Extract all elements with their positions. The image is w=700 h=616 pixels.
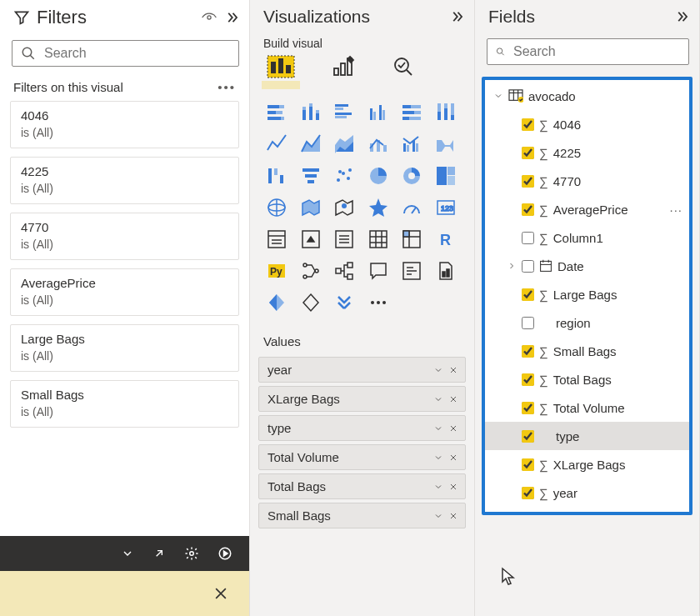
arcgis-icon[interactable] (365, 194, 392, 221)
tab-analytics[interactable] (392, 55, 415, 81)
chevron-down-icon[interactable] (433, 482, 443, 492)
values-field[interactable]: Total Volume (258, 444, 466, 470)
pie-icon[interactable] (365, 163, 392, 189)
stacked-bar-icon[interactable] (263, 99, 290, 126)
values-field[interactable]: XLarge Bags (258, 386, 466, 412)
field-checkbox[interactable] (522, 260, 534, 273)
power-automate-icon[interactable] (298, 289, 324, 316)
waterfall-icon[interactable] (263, 163, 290, 189)
paginated-report-icon[interactable] (432, 258, 459, 284)
chevron-down-icon[interactable] (433, 511, 443, 521)
filter-card[interactable]: Small Bagsis (All) (10, 380, 239, 428)
values-field[interactable]: Small Bags (258, 503, 466, 528)
filter-card[interactable]: Large Bagsis (All) (10, 324, 239, 372)
line-icon[interactable] (263, 131, 290, 158)
remove-icon[interactable] (448, 423, 458, 433)
field-checkbox[interactable] (522, 288, 534, 301)
field-row[interactable]: ∑Total Bags (485, 365, 689, 393)
field-row[interactable]: ∑AveragePrice··· (485, 195, 689, 223)
field-row[interactable]: ∑Small Bags (485, 337, 689, 365)
field-row[interactable]: ∑XLarge Bags (485, 450, 689, 478)
eye-icon[interactable] (201, 11, 218, 24)
field-row[interactable]: ∑4770 (485, 167, 689, 195)
hundred-stacked-bar-icon[interactable] (398, 99, 425, 126)
filter-card[interactable]: 4770is (All) (10, 213, 239, 260)
remove-icon[interactable] (448, 453, 458, 463)
filter-card[interactable]: 4046is (All) (10, 101, 239, 148)
area-icon[interactable] (298, 131, 324, 158)
values-field[interactable]: Total Bags (258, 473, 466, 499)
treemap-icon[interactable] (432, 163, 459, 189)
field-checkbox[interactable] (522, 203, 534, 216)
filter-card[interactable]: AveragePriceis (All) (10, 268, 239, 316)
scatter-icon[interactable] (331, 163, 358, 189)
qa-icon[interactable] (365, 258, 392, 284)
filter-card[interactable]: 4225is (All) (10, 157, 239, 204)
field-checkbox[interactable] (522, 458, 534, 471)
remove-icon[interactable] (448, 482, 458, 492)
kpi-icon[interactable] (298, 226, 324, 253)
collapse-icon[interactable] (449, 9, 464, 24)
clustered-bar-icon[interactable] (331, 99, 358, 126)
hundred-stacked-column-icon[interactable] (432, 99, 459, 126)
line-clustered-column-icon[interactable] (398, 131, 425, 158)
field-row[interactable]: ∑4046 (485, 110, 689, 138)
gauge-icon[interactable] (398, 194, 425, 221)
power-apps-icon[interactable] (263, 289, 290, 316)
gear-icon[interactable] (184, 546, 199, 561)
remove-icon[interactable] (448, 394, 458, 404)
azure-map-icon[interactable] (331, 194, 358, 221)
play-icon[interactable] (218, 546, 232, 561)
ribbon-icon[interactable] (432, 131, 459, 158)
field-checkbox[interactable] (522, 317, 534, 329)
clustered-column-icon[interactable] (365, 99, 392, 126)
more-icon[interactable]: ··· (669, 203, 682, 217)
filled-map-icon[interactable] (298, 194, 324, 221)
fields-search[interactable] (487, 38, 689, 65)
field-row[interactable]: type (485, 422, 689, 450)
chevron-down-icon[interactable] (121, 547, 134, 560)
field-row[interactable]: ∑Large Bags (485, 280, 689, 308)
field-row[interactable]: ∑4225 (485, 138, 689, 167)
field-row[interactable]: ∑Column1 (485, 223, 689, 252)
field-checkbox[interactable] (522, 430, 534, 443)
field-checkbox[interactable] (522, 232, 534, 244)
chevron-down-icon[interactable] (433, 394, 443, 404)
funnel-icon[interactable] (298, 163, 324, 189)
tab-format[interactable] (332, 55, 355, 81)
key-influencers-icon[interactable] (298, 258, 324, 284)
field-checkbox[interactable] (522, 402, 534, 414)
field-row[interactable]: region (485, 308, 689, 337)
remove-icon[interactable] (448, 365, 458, 375)
field-row[interactable]: ∑Total Volume (485, 393, 689, 422)
card-icon[interactable]: 123 (432, 194, 459, 221)
values-field[interactable]: year (258, 357, 466, 383)
close-icon[interactable] (212, 585, 229, 602)
table-icon[interactable] (365, 226, 392, 253)
values-field[interactable]: type (258, 415, 466, 441)
field-checkbox[interactable] (522, 118, 534, 131)
stacked-area-icon[interactable] (331, 131, 358, 158)
multi-row-card-icon[interactable] (263, 226, 290, 253)
remove-icon[interactable] (448, 511, 458, 521)
field-checkbox[interactable] (522, 373, 534, 386)
field-row[interactable]: ∑year (485, 478, 689, 507)
decomposition-tree-icon[interactable] (331, 258, 358, 284)
field-checkbox[interactable] (522, 175, 534, 188)
get-more-visuals-icon[interactable] (331, 289, 358, 316)
table-row-avocado[interactable]: avocado (485, 82, 689, 110)
collapse-icon[interactable] (224, 10, 239, 25)
field-row[interactable]: Date (485, 252, 689, 280)
r-visual-icon[interactable]: R (432, 226, 459, 253)
fields-search-input[interactable] (513, 44, 680, 59)
map-icon[interactable] (263, 194, 290, 221)
matrix-icon[interactable] (398, 226, 425, 253)
line-stacked-column-icon[interactable] (365, 131, 392, 158)
more-options-icon[interactable] (365, 289, 392, 316)
collapse-icon[interactable] (674, 9, 689, 24)
field-checkbox[interactable] (522, 345, 534, 358)
filters-search[interactable] (12, 40, 239, 67)
open-external-icon[interactable] (152, 547, 166, 560)
more-icon[interactable]: ••• (218, 80, 236, 94)
stacked-column-icon[interactable] (298, 99, 324, 126)
